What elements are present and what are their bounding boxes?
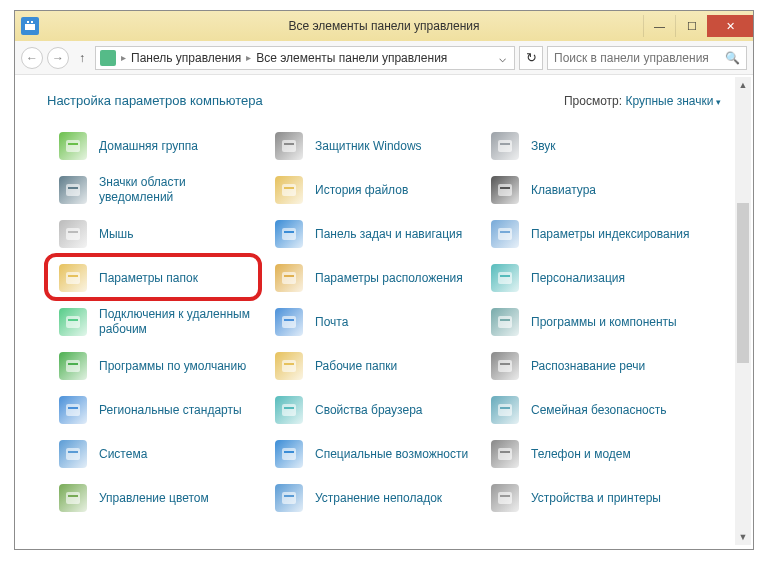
control-panel-item[interactable]: Рабочие папки xyxy=(267,346,477,386)
item-label: Устройства и принтеры xyxy=(531,491,661,506)
svg-rect-44 xyxy=(500,407,510,409)
control-panel-item[interactable]: Телефон и модем xyxy=(483,434,703,474)
mouse-icon xyxy=(57,218,89,250)
back-button[interactable]: ← xyxy=(21,47,43,69)
control-panel-item[interactable]: Региональные стандарты xyxy=(51,390,261,430)
address-dropdown[interactable]: ⌵ xyxy=(494,51,510,65)
control-panel-item[interactable]: Устройства и принтеры xyxy=(483,478,703,518)
control-panel-item[interactable]: Параметры папок xyxy=(51,258,261,298)
view-by-value[interactable]: Крупные значки xyxy=(625,94,721,108)
control-panel-item[interactable]: Звук xyxy=(483,126,703,166)
svg-rect-36 xyxy=(284,363,294,365)
svg-rect-19 xyxy=(498,228,512,240)
up-button[interactable]: ↑ xyxy=(73,51,91,65)
scroll-up-button[interactable]: ▲ xyxy=(735,77,751,93)
svg-rect-46 xyxy=(68,451,78,453)
troubleshoot-icon xyxy=(273,482,305,514)
item-label: Подключения к удаленным рабочим xyxy=(99,307,255,337)
item-label: Параметры расположения xyxy=(315,271,463,286)
mail-icon xyxy=(273,306,305,338)
item-label: Рабочие папки xyxy=(315,359,397,374)
control-panel-item[interactable]: Мышь xyxy=(51,214,261,254)
refresh-button[interactable]: ↻ xyxy=(519,46,543,70)
scroll-thumb[interactable] xyxy=(737,203,749,363)
chevron-right-icon: ▸ xyxy=(119,52,128,63)
svg-rect-53 xyxy=(282,492,296,504)
item-label: Программы и компоненты xyxy=(531,315,677,330)
breadcrumb-root[interactable]: Панель управления xyxy=(131,51,241,65)
svg-rect-47 xyxy=(282,448,296,460)
forward-button[interactable]: → xyxy=(47,47,69,69)
search-input[interactable] xyxy=(554,51,721,65)
maximize-button[interactable]: ☐ xyxy=(675,15,707,37)
minimize-button[interactable]: — xyxy=(643,15,675,37)
control-panel-item[interactable]: Домашняя группа xyxy=(51,126,261,166)
svg-rect-40 xyxy=(68,407,78,409)
svg-rect-27 xyxy=(66,316,80,328)
svg-rect-22 xyxy=(68,275,78,277)
speech-icon xyxy=(489,350,521,382)
control-panel-item[interactable]: Клавиатура xyxy=(483,170,703,210)
content-header: Настройка параметров компьютера Просмотр… xyxy=(15,93,753,126)
svg-rect-25 xyxy=(498,272,512,284)
default-programs-icon xyxy=(57,350,89,382)
search-icon[interactable]: 🔍 xyxy=(725,51,740,65)
svg-rect-29 xyxy=(282,316,296,328)
svg-rect-48 xyxy=(284,451,294,453)
address-bar[interactable]: ▸ Панель управления ▸ Все элементы панел… xyxy=(95,46,515,70)
content-area: Настройка параметров компьютера Просмотр… xyxy=(15,75,753,549)
system-icon xyxy=(21,17,39,35)
control-panel-item[interactable]: Система xyxy=(51,434,261,474)
item-label: Защитник Windows xyxy=(315,139,422,154)
control-panel-item[interactable]: Семейная безопасность xyxy=(483,390,703,430)
control-panel-item[interactable]: Управление цветом xyxy=(51,478,261,518)
item-label: Значки области уведомлений xyxy=(99,175,255,205)
scroll-down-button[interactable]: ▼ xyxy=(735,529,751,545)
control-panel-item[interactable]: Подключения к удаленным рабочим xyxy=(51,302,261,342)
scrollbar[interactable]: ▲ ▼ xyxy=(735,77,751,545)
scroll-track[interactable] xyxy=(735,93,751,529)
control-panel-item[interactable]: Специальные возможности xyxy=(267,434,477,474)
control-panel-item[interactable]: Панель задач и навигация xyxy=(267,214,477,254)
item-label: Панель задач и навигация xyxy=(315,227,462,242)
work-folders-icon xyxy=(273,350,305,382)
item-label: Клавиатура xyxy=(531,183,596,198)
breadcrumb-current[interactable]: Все элементы панели управления xyxy=(256,51,447,65)
svg-rect-35 xyxy=(282,360,296,372)
phone-modem-icon xyxy=(489,438,521,470)
svg-rect-13 xyxy=(498,184,512,196)
control-panel-item[interactable]: Параметры индексирования xyxy=(483,214,703,254)
control-panel-item[interactable]: Свойства браузера xyxy=(267,390,477,430)
svg-rect-43 xyxy=(498,404,512,416)
item-label: Телефон и модем xyxy=(531,447,631,462)
svg-rect-16 xyxy=(68,231,78,233)
svg-rect-20 xyxy=(500,231,510,233)
svg-rect-3 xyxy=(66,140,80,152)
svg-rect-38 xyxy=(500,363,510,365)
search-box[interactable]: 🔍 xyxy=(547,46,747,70)
control-panel-item[interactable]: История файлов xyxy=(267,170,477,210)
svg-rect-55 xyxy=(498,492,512,504)
control-panel-item[interactable]: Защитник Windows xyxy=(267,126,477,166)
page-title: Настройка параметров компьютера xyxy=(47,93,263,108)
svg-rect-52 xyxy=(68,495,78,497)
svg-rect-17 xyxy=(282,228,296,240)
svg-rect-33 xyxy=(66,360,80,372)
personalization-icon xyxy=(489,262,521,294)
svg-rect-26 xyxy=(500,275,510,277)
control-panel-item[interactable]: Почта xyxy=(267,302,477,342)
titlebar[interactable]: Все элементы панели управления — ☐ ✕ xyxy=(15,11,753,41)
control-panel-item[interactable]: Устранение неполадок xyxy=(267,478,477,518)
control-panel-item[interactable]: Значки области уведомлений xyxy=(51,170,261,210)
control-panel-item[interactable]: Персонализация xyxy=(483,258,703,298)
svg-rect-30 xyxy=(284,319,294,321)
control-panel-item[interactable]: Программы по умолчанию xyxy=(51,346,261,386)
control-panel-item[interactable]: Распознавание речи xyxy=(483,346,703,386)
svg-rect-54 xyxy=(284,495,294,497)
control-panel-item[interactable]: Параметры расположения xyxy=(267,258,477,298)
homegroup-icon xyxy=(57,130,89,162)
close-button[interactable]: ✕ xyxy=(707,15,753,37)
color-mgmt-icon xyxy=(57,482,89,514)
svg-rect-28 xyxy=(68,319,78,321)
control-panel-item[interactable]: Программы и компоненты xyxy=(483,302,703,342)
